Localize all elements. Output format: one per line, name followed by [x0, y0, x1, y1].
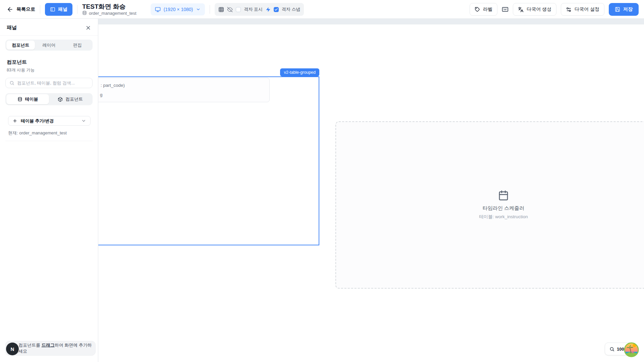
- panel-divider: [5, 141, 93, 141]
- tab-layers[interactable]: 레이어: [35, 41, 63, 50]
- tab-edit[interactable]: 편집: [63, 41, 92, 50]
- database-icon: [17, 97, 22, 102]
- panel-header: 패널: [0, 19, 98, 36]
- sliders-icon: [566, 7, 572, 12]
- current-table-label: 현재: order_management_test: [8, 130, 98, 136]
- plus-icon: [12, 118, 17, 123]
- panel-layout-icon: [50, 7, 55, 12]
- components-panel: 패널 컴포넌트 레이어 편집 컴포넌트 83개 사용 가능 테이블 컴포넌트: [0, 19, 98, 362]
- save-icon: [615, 7, 620, 12]
- label-button[interactable]: 라벨: [470, 3, 497, 16]
- tag-icon: [475, 7, 480, 12]
- chevron-down-icon: [81, 118, 86, 123]
- search-icon: [9, 80, 14, 85]
- zap-icon: [266, 7, 271, 12]
- table-ref-label: order_management_test: [89, 11, 137, 16]
- toolbar-divider: [77, 5, 77, 14]
- cube-icon: [58, 97, 63, 102]
- viewport-size-label: (644 × 362): [164, 7, 193, 12]
- avatar-initial: N: [11, 346, 14, 352]
- panel-toggle-button[interactable]: 패널: [45, 3, 72, 16]
- panel-title: 패널: [7, 24, 17, 31]
- toolbar-right: 라벨 다국어 생성 다국어 설정 저장: [470, 0, 639, 19]
- selected-component-type-badge: v2-table-grouped: [280, 68, 319, 76]
- grid-show-checkbox[interactable]: [236, 7, 241, 12]
- i18n-settings-text: 다국어 설정: [575, 6, 599, 12]
- save-button-text: 저장: [623, 6, 633, 12]
- page-table-ref: order_management_test: [82, 11, 137, 16]
- add-change-table-button[interactable]: 테이블 추가/변경: [8, 116, 91, 126]
- panel-tab-bar: 컴포넌트 레이어 편집: [5, 40, 93, 51]
- back-button-label: 목록으로: [16, 6, 35, 12]
- components-section-header: 컴포넌트 83개 사용 가능: [7, 59, 91, 73]
- toolbar-divider: [40, 5, 40, 14]
- screen-title-block: TEST화면 화승 order_management_test: [82, 3, 137, 16]
- grid-snap-checkbox[interactable]: [274, 7, 279, 12]
- arrow-left-icon: [7, 6, 13, 13]
- source-toggle-table[interactable]: 테이블: [6, 94, 49, 104]
- placeholder-title: 타임라인 스케줄러: [483, 205, 524, 212]
- close-icon[interactable]: [85, 25, 91, 31]
- chevron-down-icon: [196, 7, 201, 12]
- monitor-icon: [155, 7, 161, 12]
- toolbar-divider: [210, 5, 210, 14]
- editor-canvas[interactable]: v2-table-grouped : part_code) g 타임라인 스케줄…: [98, 19, 644, 362]
- components-section-title: 컴포넌트: [7, 59, 91, 65]
- i18n-generate-button[interactable]: 다국어 생성: [513, 3, 556, 16]
- placeholder-table-label: 테이블: work_instruction: [479, 214, 528, 220]
- grid-icon: [218, 7, 224, 12]
- source-toggle-component-label: 컴포넌트: [65, 96, 83, 102]
- top-toolbar: 목록으로 패널 TEST화면 화승 order_management_test …: [0, 0, 644, 19]
- toolbar-left: 목록으로 패널 TEST화면 화승 order_management_test …: [0, 0, 304, 19]
- component-header-box: : part_code) g: [98, 78, 270, 102]
- calendar-icon: [498, 190, 509, 201]
- grid-controls-group: 격자 표시 격자 스냅: [215, 3, 304, 16]
- tab-components[interactable]: 컴포넌트: [6, 41, 35, 50]
- add-change-table-label: 테이블 추가/변경: [21, 118, 54, 124]
- source-toggle: 테이블 컴포넌트: [5, 93, 93, 105]
- source-toggle-table-label: 테이블: [25, 96, 38, 102]
- database-icon: [82, 11, 87, 15]
- component-search[interactable]: [5, 78, 93, 88]
- drag-hint-prefix: 컴포넌트를: [18, 343, 42, 348]
- component-search-input[interactable]: [17, 80, 89, 85]
- island-sticker: [624, 342, 639, 358]
- component-header-text-fragment: : part_code): [101, 83, 125, 88]
- drag-hint-bold: 드래그: [42, 343, 55, 348]
- keyboard-icon: [502, 6, 508, 13]
- panel-button-label: 패널: [58, 6, 67, 12]
- keyboard-shortcuts-button[interactable]: [502, 6, 508, 13]
- languages-icon: [518, 7, 524, 12]
- i18n-generate-text: 다국어 생성: [527, 6, 551, 12]
- drag-hint: 컴포넌트를 드래그하여 화면에 추가하세요: [5, 341, 96, 356]
- viewport-size-dropdown[interactable]: (644 × 362): [151, 3, 205, 15]
- i18n-settings-button[interactable]: 다국어 설정: [561, 3, 604, 16]
- timeline-scheduler-placeholder[interactable]: 타임라인 스케줄러 테이블: work_instruction: [335, 121, 644, 289]
- save-button[interactable]: 저장: [609, 3, 639, 16]
- grid-show-label: 격자 표시: [244, 6, 263, 12]
- components-count: 83개 사용 가능: [7, 67, 91, 73]
- magnifier-icon: [609, 347, 614, 352]
- back-to-list-button[interactable]: 목록으로: [7, 6, 35, 13]
- collaborator-cursor-avatar: N: [6, 343, 19, 355]
- selected-table-component[interactable]: v2-table-grouped : part_code) g: [98, 76, 319, 245]
- source-toggle-component[interactable]: 컴포넌트: [49, 94, 92, 104]
- grid-snap-label: 격자 스냅: [282, 6, 301, 12]
- page-title: TEST화면 화승: [82, 3, 137, 10]
- component-header-text-fragment: g: [100, 92, 103, 97]
- label-button-text: 라벨: [483, 6, 492, 12]
- eye-off-icon: [227, 7, 233, 12]
